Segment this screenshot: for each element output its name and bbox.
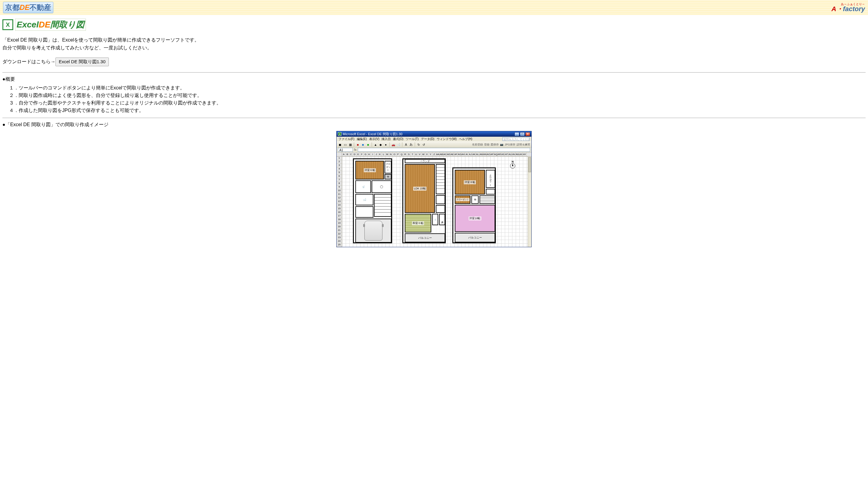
row-headers: 1234567891011121314151617181920212223242… bbox=[337, 157, 342, 247]
floorplan-building-2: ベランダ LDK 15帖 和室６帖 🚽 押入 バルコニー bbox=[402, 158, 446, 243]
menu-item[interactable]: 書式(O) bbox=[393, 137, 403, 141]
company-name: A・factory bbox=[832, 6, 865, 12]
room-stair bbox=[479, 195, 495, 204]
toolbar: ◼ ▭ ▦ ■ ■ ■ ▲ ◆ ● 🚗 🛁 A あ ↻ ↺ bbox=[337, 141, 531, 148]
toolbar-text-button[interactable]: 名前登録 bbox=[472, 143, 483, 147]
excel-app-icon: X bbox=[338, 132, 342, 136]
toolbar-text-button[interactable]: 登録 bbox=[484, 143, 489, 147]
room-balcony: バルコニー bbox=[455, 233, 495, 242]
room-stair bbox=[436, 164, 445, 194]
room-ldk: LDK 15帖 bbox=[405, 164, 435, 213]
menu-item[interactable]: ウィンドウ(W) bbox=[437, 137, 457, 141]
toolbar-icon[interactable]: ↺ bbox=[422, 142, 426, 147]
room: 洋室10帖 bbox=[455, 205, 495, 232]
toolbar-icon[interactable]: ↻ bbox=[416, 142, 421, 147]
room: 洋室６帖 bbox=[355, 161, 384, 180]
room-japanese: 和室６帖 bbox=[405, 214, 431, 233]
toolbar-icon[interactable]: 🚗 bbox=[391, 142, 395, 147]
column-headers: ABCDEFGHIJKLMNOPQRSTUVWXYZAAABACADAEAFAG… bbox=[337, 152, 531, 157]
close-button[interactable]: × bbox=[525, 132, 530, 136]
room-bath: 🛁 bbox=[355, 194, 373, 205]
menu-item[interactable]: ヘルプ(H) bbox=[459, 137, 472, 141]
intro-line2: 自分で間取りを考えて作成してみたい方など、一度お試しください。 bbox=[2, 44, 866, 52]
toolbar-icon[interactable]: ● bbox=[384, 142, 388, 147]
room: 洋室８帖 bbox=[455, 170, 485, 194]
menu-item[interactable]: ファイル(F) bbox=[339, 137, 355, 141]
room-closet bbox=[436, 205, 445, 213]
room-garage bbox=[355, 219, 392, 243]
download-row: ダウンロードはこちら→Excel DE 間取り図1.30 bbox=[2, 57, 866, 66]
toolbar-icon[interactable]: ◼ bbox=[338, 142, 342, 147]
car-icon bbox=[364, 221, 382, 241]
room-oshiire: 押入 bbox=[439, 214, 445, 225]
compass-icon: N bbox=[508, 160, 517, 169]
menubar: ファイル(F) 編集(E) 表示(V) 挿入(I) 書式(O) ツール(T) デ… bbox=[337, 137, 531, 141]
fx-label: fx bbox=[354, 148, 357, 151]
room-storage: 物 bbox=[384, 174, 392, 180]
overview-item: １．ツールバーのコマンドボタンにより簡単にExcelで間取り図が作成できます。 bbox=[9, 84, 866, 92]
vertical-scrollbar[interactable] bbox=[528, 157, 531, 247]
logo-part1: 京都 bbox=[5, 3, 20, 12]
help-search-box[interactable]: 質問を入力してください bbox=[503, 137, 529, 141]
room-hall bbox=[355, 206, 373, 218]
site-logo[interactable]: 京都DE不動産 bbox=[3, 2, 53, 13]
page-title: X ExcelDE間取り図 bbox=[2, 19, 866, 31]
window-title: Microsoft Excel - Excel DE 間取り図1.30 bbox=[343, 132, 402, 136]
menu-item[interactable]: ツール(T) bbox=[406, 137, 419, 141]
window-titlebar: X Microsoft Excel - Excel DE 間取り図1.30 _ … bbox=[337, 131, 531, 137]
intro-text: 「Excel DE 間取り図」は、Excelを使って間取り図が簡単に作成できるフ… bbox=[2, 36, 866, 51]
toolbar-icon[interactable]: ■ bbox=[366, 142, 370, 147]
overview-item: ２．間取り図作成時によく使う図形を、自分で登録し繰り返し使用することが可能です。 bbox=[9, 92, 866, 99]
toolbar-icon[interactable]: ▭ bbox=[343, 142, 347, 147]
room-closet: クロゼット bbox=[384, 161, 392, 173]
toolbar-text-button[interactable]: 説明＆練習 bbox=[517, 143, 530, 147]
toolbar-icon[interactable]: ▦ bbox=[348, 142, 352, 147]
toolbar-text-button[interactable]: 図保存 bbox=[491, 143, 499, 147]
floorplan-canvas[interactable]: N 洋室６帖 クロゼット 物 🚽 ◯ 🛁 bbox=[342, 157, 531, 247]
menu-item[interactable]: データ(D) bbox=[421, 137, 434, 141]
overview-item: ３．自分で作った図形やテクスチャを利用することによりオリジナルの間取り図が作成で… bbox=[9, 99, 866, 107]
menu-item[interactable]: 挿入(I) bbox=[381, 137, 390, 141]
floorplan-building-1: 洋室６帖 クロゼット 物 🚽 ◯ 🛁 bbox=[353, 158, 392, 243]
screenshot-sample: X Microsoft Excel - Excel DE 間取り図1.30 _ … bbox=[337, 131, 531, 247]
formula-bar: A1 fx bbox=[337, 148, 531, 152]
toolbar-icon[interactable]: ◆ bbox=[379, 142, 383, 147]
logo-part2: 不動産 bbox=[30, 3, 51, 12]
minimize-button[interactable]: _ bbox=[514, 132, 519, 136]
company-logo[interactable]: あ～ふぁくとり～ A・factory bbox=[832, 3, 865, 12]
toolbar-icon[interactable]: あ bbox=[409, 142, 413, 147]
room-toilet: 🚽 bbox=[432, 214, 438, 225]
header-banner: 京都DE不動産 あ～ふぁくとり～ A・factory bbox=[0, 0, 868, 15]
overview-item: ４．作成した間取り図をJPG形式で保存することも可能です。 bbox=[9, 107, 866, 115]
room-closet bbox=[436, 195, 445, 204]
toolbar-icon[interactable]: A bbox=[404, 142, 408, 147]
formula-input[interactable] bbox=[358, 148, 530, 152]
intro-line1: 「Excel DE 間取り図」は、Excelを使って間取り図が簡単に作成できるフ… bbox=[2, 36, 866, 44]
overview-heading: ●概要 bbox=[2, 76, 866, 83]
room-closet: クローゼット bbox=[455, 195, 471, 204]
logo-de: DE bbox=[20, 3, 30, 12]
toolbar-icon[interactable]: ■ bbox=[356, 142, 360, 147]
menu-item[interactable]: 表示(V) bbox=[369, 137, 379, 141]
sample-image-heading: ●「Excel DE 間取り図」での間取り作成イメージ bbox=[2, 122, 866, 128]
name-box[interactable]: A1 bbox=[338, 148, 353, 152]
download-label: ダウンロードはこちら→ bbox=[2, 59, 55, 64]
toolbar-icon[interactable]: ▲ bbox=[373, 142, 378, 147]
room-closet: クローゼット bbox=[486, 170, 495, 188]
page-title-text: ExcelDE間取り図 bbox=[15, 19, 86, 31]
room-storage: 物 bbox=[471, 195, 479, 204]
room-washroom: ◯ bbox=[372, 181, 392, 193]
toolbar-icon[interactable]: ■ bbox=[361, 142, 365, 147]
room-balcony: バルコニー bbox=[405, 233, 445, 242]
svg-marker-1 bbox=[512, 164, 513, 167]
room-stair bbox=[374, 194, 392, 217]
floorplan-building-3: 洋室８帖 クローゼット クローゼット 物 洋室10帖 バルコニー bbox=[453, 167, 496, 243]
download-button[interactable]: Excel DE 間取り図1.30 bbox=[55, 57, 109, 66]
maximize-button[interactable]: □ bbox=[520, 132, 525, 136]
excel-icon: X bbox=[2, 19, 13, 30]
room-veranda: ベランダ bbox=[405, 159, 445, 163]
menu-item[interactable]: 編集(E) bbox=[357, 137, 367, 141]
separator bbox=[2, 118, 866, 118]
toolbar-icon[interactable]: 🛁 bbox=[396, 142, 400, 147]
toolbar-text-button[interactable]: JPG保存 bbox=[505, 143, 515, 147]
